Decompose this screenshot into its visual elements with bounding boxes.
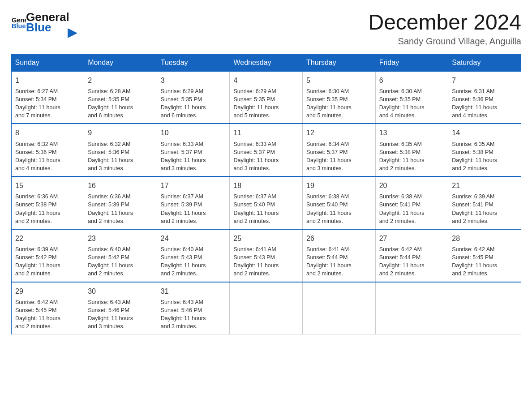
calendar-day-cell: 21 Sunrise: 6:39 AM Sunset: 5:41 PM Dayl… <box>448 176 521 229</box>
day-number: 4 <box>233 75 299 86</box>
column-header-thursday: Thursday <box>303 54 376 71</box>
calendar-day-cell <box>230 282 303 334</box>
day-number: 6 <box>379 75 445 86</box>
calendar-day-cell: 27 Sunrise: 6:42 AM Sunset: 5:44 PM Dayl… <box>375 229 448 282</box>
day-info: Sunrise: 6:42 AM Sunset: 5:45 PM Dayligh… <box>452 245 517 278</box>
logo-icon: General Blue <box>12 15 26 30</box>
logo: General Blue General Blue <box>11 11 77 34</box>
day-info: Sunrise: 6:33 AM Sunset: 5:37 PM Dayligh… <box>161 140 226 173</box>
calendar-day-cell: 18 Sunrise: 6:37 AM Sunset: 5:40 PM Dayl… <box>230 176 303 229</box>
day-number: 2 <box>88 75 153 86</box>
day-info: Sunrise: 6:38 AM Sunset: 5:40 PM Dayligh… <box>306 193 372 225</box>
day-info: Sunrise: 6:35 AM Sunset: 5:38 PM Dayligh… <box>452 140 517 173</box>
day-number: 12 <box>306 128 372 138</box>
day-number: 5 <box>306 75 372 86</box>
day-number: 28 <box>452 233 517 244</box>
day-number: 18 <box>233 180 299 191</box>
calendar-day-cell: 11 Sunrise: 6:33 AM Sunset: 5:37 PM Dayl… <box>230 124 303 176</box>
day-number: 30 <box>88 286 153 296</box>
day-number: 29 <box>15 286 80 296</box>
column-header-sunday: Sunday <box>11 54 84 71</box>
logo-arrow-icon <box>68 28 77 38</box>
day-number: 1 <box>15 75 80 86</box>
svg-text:Blue: Blue <box>12 22 26 30</box>
calendar-day-cell <box>448 282 521 334</box>
day-number: 15 <box>15 180 80 191</box>
day-number: 8 <box>15 128 80 138</box>
calendar-day-cell: 2 Sunrise: 6:28 AM Sunset: 5:35 PM Dayli… <box>84 71 157 124</box>
day-info: Sunrise: 6:31 AM Sunset: 5:36 PM Dayligh… <box>452 87 517 120</box>
day-info: Sunrise: 6:30 AM Sunset: 5:35 PM Dayligh… <box>306 87 372 120</box>
calendar-day-cell: 4 Sunrise: 6:29 AM Sunset: 5:35 PM Dayli… <box>230 71 303 124</box>
calendar-day-cell: 20 Sunrise: 6:38 AM Sunset: 5:41 PM Dayl… <box>375 176 448 229</box>
day-info: Sunrise: 6:37 AM Sunset: 5:40 PM Dayligh… <box>233 193 299 225</box>
column-header-wednesday: Wednesday <box>230 54 303 71</box>
day-info: Sunrise: 6:32 AM Sunset: 5:36 PM Dayligh… <box>88 140 153 173</box>
day-info: Sunrise: 6:39 AM Sunset: 5:42 PM Dayligh… <box>15 245 80 278</box>
day-info: Sunrise: 6:43 AM Sunset: 5:46 PM Dayligh… <box>88 298 153 331</box>
day-number: 19 <box>306 180 372 191</box>
day-number: 27 <box>379 233 445 244</box>
day-info: Sunrise: 6:36 AM Sunset: 5:38 PM Dayligh… <box>15 193 80 225</box>
logo-blue-text: Blue <box>26 21 69 34</box>
day-info: Sunrise: 6:35 AM Sunset: 5:38 PM Dayligh… <box>379 140 445 173</box>
calendar-table: SundayMondayTuesdayWednesdayThursdayFrid… <box>11 54 521 334</box>
calendar-day-cell: 3 Sunrise: 6:29 AM Sunset: 5:35 PM Dayli… <box>157 71 230 124</box>
calendar-day-cell: 9 Sunrise: 6:32 AM Sunset: 5:36 PM Dayli… <box>84 124 157 176</box>
day-info: Sunrise: 6:27 AM Sunset: 5:34 PM Dayligh… <box>15 87 80 120</box>
calendar-day-cell: 28 Sunrise: 6:42 AM Sunset: 5:45 PM Dayl… <box>448 229 521 282</box>
calendar-day-cell: 16 Sunrise: 6:36 AM Sunset: 5:39 PM Dayl… <box>84 176 157 229</box>
calendar-week-row: 15 Sunrise: 6:36 AM Sunset: 5:38 PM Dayl… <box>11 176 521 229</box>
calendar-week-row: 8 Sunrise: 6:32 AM Sunset: 5:36 PM Dayli… <box>11 124 521 176</box>
calendar-day-cell: 31 Sunrise: 6:43 AM Sunset: 5:46 PM Dayl… <box>157 282 230 334</box>
day-number: 11 <box>233 128 299 138</box>
calendar-day-cell: 15 Sunrise: 6:36 AM Sunset: 5:38 PM Dayl… <box>11 176 84 229</box>
day-info: Sunrise: 6:32 AM Sunset: 5:36 PM Dayligh… <box>15 140 80 173</box>
day-info: Sunrise: 6:37 AM Sunset: 5:39 PM Dayligh… <box>161 193 226 225</box>
day-number: 21 <box>452 180 517 191</box>
day-number: 26 <box>306 233 372 244</box>
title-area: December 2024 Sandy Ground Village, Angu… <box>368 11 521 47</box>
calendar-day-cell: 29 Sunrise: 6:42 AM Sunset: 5:45 PM Dayl… <box>11 282 84 334</box>
day-info: Sunrise: 6:41 AM Sunset: 5:44 PM Dayligh… <box>306 245 372 278</box>
calendar-day-cell: 17 Sunrise: 6:37 AM Sunset: 5:39 PM Dayl… <box>157 176 230 229</box>
calendar-day-cell <box>375 282 448 334</box>
calendar-day-cell: 14 Sunrise: 6:35 AM Sunset: 5:38 PM Dayl… <box>448 124 521 176</box>
day-info: Sunrise: 6:30 AM Sunset: 5:35 PM Dayligh… <box>379 87 445 120</box>
calendar-day-cell: 25 Sunrise: 6:41 AM Sunset: 5:43 PM Dayl… <box>230 229 303 282</box>
day-info: Sunrise: 6:29 AM Sunset: 5:35 PM Dayligh… <box>233 87 299 120</box>
day-info: Sunrise: 6:33 AM Sunset: 5:37 PM Dayligh… <box>233 140 299 173</box>
column-header-saturday: Saturday <box>448 54 521 71</box>
day-number: 17 <box>161 180 226 191</box>
day-info: Sunrise: 6:42 AM Sunset: 5:44 PM Dayligh… <box>379 245 445 278</box>
day-info: Sunrise: 6:28 AM Sunset: 5:35 PM Dayligh… <box>88 87 153 120</box>
calendar-day-cell: 22 Sunrise: 6:39 AM Sunset: 5:42 PM Dayl… <box>11 229 84 282</box>
calendar-day-cell: 24 Sunrise: 6:40 AM Sunset: 5:43 PM Dayl… <box>157 229 230 282</box>
day-number: 24 <box>161 233 226 244</box>
calendar-day-cell: 1 Sunrise: 6:27 AM Sunset: 5:34 PM Dayli… <box>11 71 84 124</box>
calendar-day-cell: 5 Sunrise: 6:30 AM Sunset: 5:35 PM Dayli… <box>303 71 376 124</box>
calendar-day-cell <box>303 282 376 334</box>
calendar-day-cell: 19 Sunrise: 6:38 AM Sunset: 5:40 PM Dayl… <box>303 176 376 229</box>
day-info: Sunrise: 6:43 AM Sunset: 5:46 PM Dayligh… <box>161 298 226 331</box>
day-number: 23 <box>88 233 153 244</box>
column-header-tuesday: Tuesday <box>157 54 230 71</box>
calendar-day-cell: 10 Sunrise: 6:33 AM Sunset: 5:37 PM Dayl… <box>157 124 230 176</box>
calendar-day-cell: 23 Sunrise: 6:40 AM Sunset: 5:42 PM Dayl… <box>84 229 157 282</box>
page-header: General Blue General Blue December 2024 … <box>11 11 521 47</box>
day-info: Sunrise: 6:39 AM Sunset: 5:41 PM Dayligh… <box>452 193 517 225</box>
day-info: Sunrise: 6:42 AM Sunset: 5:45 PM Dayligh… <box>15 298 80 331</box>
calendar-day-cell: 30 Sunrise: 6:43 AM Sunset: 5:46 PM Dayl… <box>84 282 157 334</box>
calendar-week-row: 22 Sunrise: 6:39 AM Sunset: 5:42 PM Dayl… <box>11 229 521 282</box>
day-number: 16 <box>88 180 153 191</box>
column-header-friday: Friday <box>375 54 448 71</box>
day-info: Sunrise: 6:34 AM Sunset: 5:37 PM Dayligh… <box>306 140 372 173</box>
calendar-day-cell: 6 Sunrise: 6:30 AM Sunset: 5:35 PM Dayli… <box>375 71 448 124</box>
day-number: 3 <box>161 75 226 86</box>
calendar-day-cell: 8 Sunrise: 6:32 AM Sunset: 5:36 PM Dayli… <box>11 124 84 176</box>
location-subtitle: Sandy Ground Village, Anguilla <box>368 36 521 47</box>
day-info: Sunrise: 6:38 AM Sunset: 5:41 PM Dayligh… <box>379 193 445 225</box>
day-number: 10 <box>161 128 226 138</box>
column-header-monday: Monday <box>84 54 157 71</box>
day-number: 9 <box>88 128 153 138</box>
